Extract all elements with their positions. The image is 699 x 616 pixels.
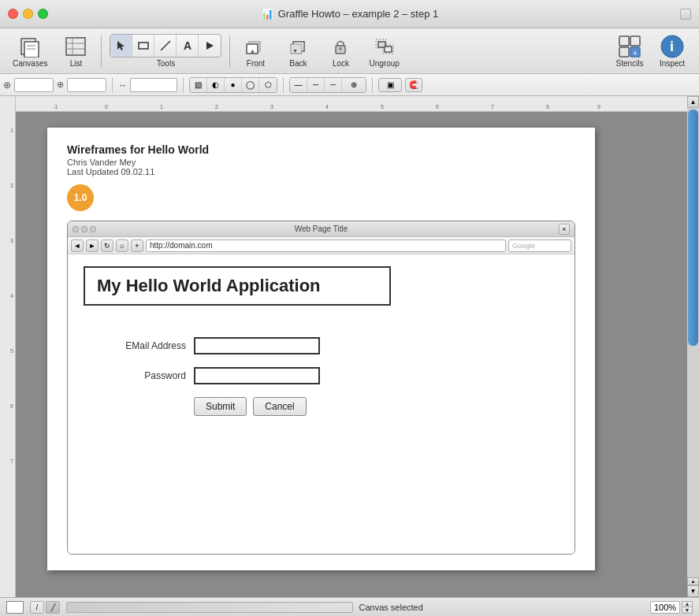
lock-icon [328,34,353,59]
browser-forward-btn[interactable]: ► [86,239,99,252]
fill-style-btn[interactable]: ▧ [190,78,207,92]
submit-button[interactable]: Submit [194,397,247,416]
canvases-icon [17,34,43,59]
scroll-track [687,108,699,577]
text-tool[interactable]: A [177,35,199,57]
browser-frame: Web Page Title × ◄ ► ↻ ⌂ + http://domain… [67,221,575,555]
gradient-btn[interactable]: ◐ [207,78,225,92]
x-position-input[interactable] [14,78,54,92]
browser-back-btn[interactable]: ◄ [71,239,84,252]
line-style-3[interactable]: ─ [325,78,342,92]
email-label: EMail Address [99,340,186,351]
select-tool[interactable] [110,35,132,57]
maximize-button[interactable] [38,9,48,19]
back-label: Back [289,59,307,68]
format-separator-3 [283,77,284,93]
ungroup-label: Ungroup [369,59,399,68]
browser-address-bar[interactable]: http://domain.com [146,239,506,252]
list-label: List [70,59,83,68]
cancel-button[interactable]: Cancel [253,397,306,416]
browser-home-btn[interactable]: ⌂ [116,239,128,252]
list-button[interactable]: List [55,31,96,71]
status-slash-icon-2[interactable]: ╱ [46,601,60,614]
document-icon: 📊 [261,8,273,20]
scroll-down-btn-1[interactable]: ▲ [687,577,699,585]
ruler-n6: 6 [436,104,439,109]
browser-add-btn[interactable]: + [131,239,143,252]
canvases-label: Canvases [13,59,47,68]
toolbar: Canvases List [0,28,699,74]
shape-btn[interactable]: ◯ [242,78,259,92]
resize-button[interactable] [680,9,691,20]
line-style-2[interactable]: ─ [307,78,325,92]
app-title-box: My Hello World Application [84,266,391,306]
separator-2 [229,35,230,67]
ruler-n3: 3 [270,104,273,109]
scroll-up-btn[interactable]: ▲ [687,96,699,108]
stencils-label: Stencils [615,59,643,68]
zoom-down-btn[interactable]: ▼ [682,607,693,614]
document-title: Wireframes for Hello World [67,143,575,156]
status-slash-icon-1[interactable]: / [30,601,44,614]
zoom-input[interactable] [650,601,680,614]
format-bar: ⊕ ⊕ ↔ ▧ ◐ ● ◯ ⬠ — ─ ─ ⊕ ▣ 🧲 [0,74,699,96]
title-bar-right [680,9,691,20]
circle-fill-btn[interactable]: ● [225,78,242,92]
window-controls [8,9,48,19]
minimize-button[interactable] [23,9,33,19]
email-input[interactable] [194,337,320,354]
y-position-input[interactable] [67,78,106,92]
ruler-n8: 8 [546,104,549,109]
width-input[interactable] [130,78,177,92]
format-separator-1 [112,77,113,93]
svg-rect-9 [139,43,148,49]
ungroup-button[interactable]: Ungroup [363,31,405,71]
svg-rect-24 [619,36,629,46]
canvas-bg-btn[interactable]: ▣ [378,78,402,92]
polygon-btn[interactable]: ⬠ [259,78,277,92]
app-title: My Hello World Application [97,276,321,295]
front-button[interactable]: ▲ Front [235,31,276,71]
magnet-btn[interactable]: 🧲 [405,78,422,92]
ruler-n0: 0 [105,104,108,109]
svg-rect-23 [385,46,392,52]
password-input[interactable] [194,367,320,384]
canvas-thumbnail [6,601,24,614]
browser-close-btn[interactable]: × [559,224,570,235]
ruler-n4: 4 [325,104,329,109]
browser-search-bar[interactable]: Google [508,239,571,252]
password-row: Password [99,367,559,384]
stencils-button[interactable]: + Stencils [609,31,650,71]
line-style-group: — ─ ─ ⊕ [289,77,366,93]
status-slider[interactable] [66,602,353,613]
tools-group: A Tools [106,31,225,71]
main-area: 1 2 3 4 5 6 7 -1 0 1 2 3 4 5 6 7 8 9 Wir… [0,96,699,597]
line-style-4[interactable]: ⊕ [342,78,366,92]
format-separator-4 [372,77,373,93]
form-buttons: Submit Cancel [194,397,559,416]
action-tool[interactable] [199,35,221,57]
line-style-1[interactable]: — [290,78,307,92]
rectangle-tool[interactable] [132,35,154,57]
zoom-control: ▲ ▼ [650,601,693,614]
window-title: 📊 Graffle Howto – example 2 – step 1 [261,8,439,20]
browser-reload-btn[interactable]: ↻ [101,239,113,252]
ruler-mark-2: 2 [0,183,15,188]
canvases-button[interactable]: Canvases [6,31,54,71]
password-label: Password [99,370,186,381]
zoom-stepper: ▲ ▼ [682,601,693,614]
separator-1 [101,35,102,67]
zoom-up-btn[interactable]: ▲ [682,601,693,607]
format-y-icon: ⊕ [57,80,64,90]
svg-rect-1 [24,42,39,58]
back-button[interactable]: ▼ Back [277,31,318,71]
lock-button[interactable]: Lock [320,31,361,71]
ruler-n9: 9 [597,104,600,109]
scroll-thumb[interactable] [688,109,698,346]
scroll-down-btn-2[interactable]: ▼ [687,585,699,597]
inspect-button[interactable]: i Inspect [652,31,693,71]
close-button[interactable] [8,9,18,19]
lock-label: Lock [333,59,349,68]
document-date: Last Updated 09.02.11 [67,167,575,176]
line-tool[interactable] [154,35,177,57]
